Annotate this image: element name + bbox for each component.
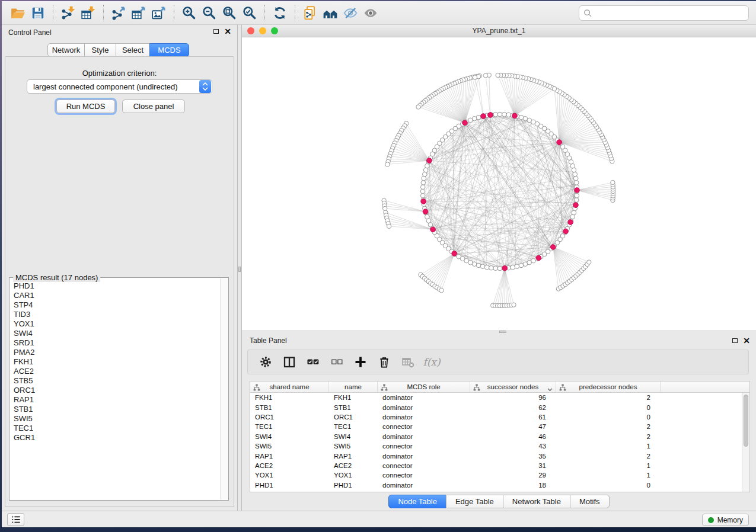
search-input[interactable] — [579, 5, 749, 21]
hide-selected-button[interactable] — [340, 4, 361, 23]
cell-successor: 29 — [470, 472, 556, 479]
table-row-STB1[interactable]: STB1STB1dominator620 — [250, 402, 742, 412]
cell-name: RAP1 — [329, 453, 378, 460]
mcds-result-item[interactable]: STP4 — [14, 300, 220, 310]
tab-network[interactable]: Network — [47, 43, 85, 57]
tab-mcds[interactable]: MCDS — [149, 43, 189, 57]
mcds-result-item[interactable]: GCR1 — [14, 433, 220, 443]
shared-column-icon — [253, 384, 260, 391]
table-row-ACE2[interactable]: ACE2ACE2connector311 — [250, 461, 742, 470]
show-all-icon — [363, 5, 378, 21]
close-panel-icon[interactable]: ✕ — [224, 28, 231, 34]
table-row-TEC1[interactable]: TEC1TEC1connector472 — [250, 422, 742, 431]
table-tab-network-table[interactable]: Network Table — [503, 495, 570, 508]
mcds-result-item[interactable]: PHD1 — [14, 281, 220, 291]
mcds-result-list[interactable]: PHD1CAR1STP4TID3YOX1SWI4SRD1PMA2FKH1ACE2… — [10, 281, 220, 499]
table-row-YOX1[interactable]: YOX1YOX1connector291 — [250, 470, 742, 480]
mcds-result-item[interactable]: RAP1 — [14, 395, 220, 405]
show-columns-button[interactable] — [280, 352, 299, 371]
table-tab-motifs[interactable]: Motifs — [570, 495, 610, 508]
criterion-dropdown[interactable]: largest connected component (undirected) — [27, 79, 212, 94]
float-panel-icon[interactable] — [213, 29, 219, 34]
mcds-result-item[interactable]: TID3 — [14, 310, 220, 319]
cell-mcds_role: connector — [378, 423, 470, 430]
zoom-fit-button[interactable] — [219, 4, 240, 23]
network-title: YPA_prune.txt_1 — [242, 27, 756, 35]
column-header-shared-name[interactable]: shared name — [250, 382, 329, 392]
result-scrollbar[interactable] — [220, 278, 228, 499]
scrollbar-thumb[interactable] — [744, 395, 748, 447]
delete-row-button[interactable] — [375, 352, 394, 371]
export-network-button[interactable] — [109, 4, 129, 23]
add-row-button[interactable] — [351, 352, 370, 371]
cell-shared_name: ORC1 — [250, 414, 329, 421]
open-session-button[interactable] — [8, 4, 28, 23]
tab-select[interactable]: Select — [116, 43, 150, 57]
show-all-button[interactable] — [361, 4, 381, 23]
table-row-FKH1[interactable]: FKH1FKH1dominator962 — [250, 393, 742, 402]
vertical-splitter[interactable] — [237, 25, 242, 511]
panel-menu-button[interactable] — [7, 513, 24, 526]
column-header-successor-nodes[interactable]: successor nodes — [470, 382, 556, 392]
mcds-result-item[interactable]: SWI4 — [14, 329, 220, 338]
criterion-label: Optimization criterion: — [5, 69, 234, 78]
column-header-MCDS-role[interactable]: MCDS role — [378, 382, 470, 392]
mcds-result-item[interactable]: SRD1 — [14, 338, 220, 348]
cell-mcds_role: dominator — [378, 433, 470, 440]
column-header-predecessor-nodes[interactable]: predecessor nodes — [556, 382, 661, 392]
float-table-panel-icon[interactable] — [732, 338, 738, 343]
delete-table-button[interactable] — [398, 352, 417, 371]
cell-predecessor: 0 — [556, 414, 661, 421]
cell-predecessor: 1 — [556, 472, 661, 479]
mcds-result-item[interactable]: STB5 — [14, 376, 220, 386]
cell-name: ORC1 — [329, 414, 378, 421]
network-titlebar[interactable]: YPA_prune.txt_1 — [242, 25, 756, 37]
function-builder-button[interactable]: f(x) — [422, 352, 441, 371]
export-table-button[interactable] — [129, 4, 149, 23]
select-all-button[interactable] — [304, 352, 323, 371]
cell-successor: 46 — [470, 433, 556, 440]
table-row-PHD1[interactable]: PHD1PHD1dominator180 — [250, 480, 742, 490]
run-mcds-button[interactable]: Run MCDS — [56, 100, 115, 113]
import-table-button[interactable] — [78, 4, 98, 23]
mcds-result-item[interactable]: SWI5 — [14, 414, 220, 424]
table-row-ORC1[interactable]: ORC1ORC1dominator610 — [250, 412, 742, 422]
cell-mcds_role: dominator — [378, 453, 470, 460]
table-row-SWI4[interactable]: SWI4SWI4dominator462 — [250, 432, 742, 441]
apply-layout-button[interactable] — [270, 4, 290, 23]
first-neighbors-button[interactable] — [320, 4, 340, 23]
mcds-result-item[interactable]: FKH1 — [14, 357, 220, 367]
import-network-button[interactable] — [58, 4, 78, 23]
cell-predecessor: 2 — [556, 423, 661, 430]
table-row-SWI5[interactable]: SWI5SWI5connector431 — [250, 441, 742, 451]
table-body: FKH1FKH1dominator962STB1STB1dominator620… — [250, 393, 742, 492]
network-canvas[interactable] — [242, 37, 755, 330]
mcds-result-item[interactable]: TEC1 — [14, 424, 220, 433]
zoom-out-button[interactable] — [199, 4, 219, 23]
mcds-result-item[interactable]: YOX1 — [14, 319, 220, 329]
close-table-panel-icon[interactable]: ✕ — [743, 338, 750, 344]
new-network-from-selection-button[interactable] — [300, 4, 320, 23]
zoom-selected-button[interactable] — [240, 4, 260, 23]
settings-button[interactable] — [256, 352, 275, 371]
mcds-result-item[interactable]: ACE2 — [14, 367, 220, 376]
dropdown-stepper-icon — [199, 80, 211, 93]
mcds-result-item[interactable]: CAR1 — [14, 291, 220, 300]
close-panel-button[interactable]: Close panel — [122, 100, 185, 113]
memory-button[interactable]: Memory — [702, 514, 749, 526]
table-row-RAP1[interactable]: RAP1RAP1dominator352 — [250, 451, 742, 460]
save-session-button[interactable] — [28, 4, 48, 23]
table-tab-edge-table[interactable]: Edge Table — [446, 495, 503, 508]
unselect-all-button[interactable] — [327, 352, 346, 371]
mcds-result-item[interactable]: STB1 — [14, 405, 220, 414]
zoom-in-button[interactable] — [179, 4, 199, 23]
mcds-result-item[interactable]: ORC1 — [14, 386, 220, 395]
table-tab-node-table[interactable]: Node Table — [388, 495, 446, 508]
table-scrollbar[interactable] — [742, 393, 749, 492]
mcds-result-item[interactable]: PMA2 — [14, 348, 220, 357]
column-header-name[interactable]: name — [329, 382, 378, 392]
new-network-from-selection-icon — [302, 5, 318, 21]
tab-style[interactable]: Style — [84, 43, 116, 57]
application-window: Control Panel ✕ NetworkStyleSelectMCDS O… — [2, 1, 756, 527]
export-image-button[interactable] — [149, 4, 169, 23]
